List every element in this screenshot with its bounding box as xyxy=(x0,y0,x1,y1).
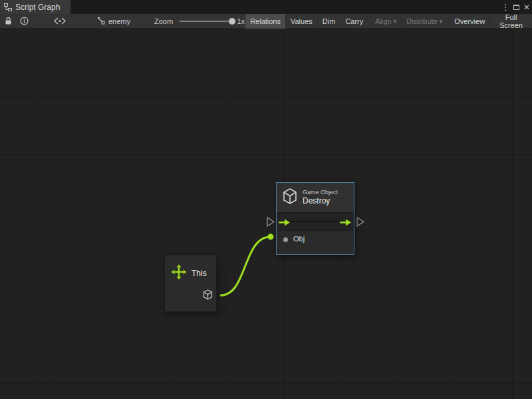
title-bar: Script Graph ⋮ ✕ xyxy=(0,0,532,14)
titlebar-spacer xyxy=(70,0,500,14)
distribute-button[interactable]: Distribute ▾ xyxy=(401,14,447,29)
graph-name-label: enemy xyxy=(108,17,130,25)
fullscreen-button[interactable]: Full Screen xyxy=(489,14,532,29)
tab-title: Script Graph xyxy=(15,3,60,12)
align-button[interactable]: Align ▾ xyxy=(370,14,401,29)
connection-endpoint-dot[interactable] xyxy=(268,234,274,240)
overview-button[interactable]: Overview xyxy=(449,14,489,29)
values-button[interactable]: Values xyxy=(285,14,317,29)
window-menu-icon[interactable]: ⋮ xyxy=(500,0,511,14)
align-button-label: Align xyxy=(375,17,391,25)
lock-icon[interactable] xyxy=(2,14,15,28)
zoom-slider[interactable] xyxy=(180,17,231,25)
zoom-slider-handle[interactable] xyxy=(229,18,235,25)
flow-out-arrow-icon xyxy=(340,217,352,229)
relations-button[interactable]: Relations xyxy=(245,14,285,29)
node-destroy-header[interactable]: Game Object Destroy xyxy=(277,183,354,213)
chevron-down-icon: ▾ xyxy=(440,18,443,25)
relation-line xyxy=(287,221,344,222)
node-category-label: Game Object xyxy=(303,189,338,196)
zoom-slider-track[interactable] xyxy=(180,21,231,22)
gameobject-output-port[interactable] xyxy=(203,289,213,300)
node-destroy[interactable]: Game Object Destroy xyxy=(276,182,354,255)
node-title-label: This xyxy=(192,269,207,278)
maximize-icon[interactable] xyxy=(511,0,521,14)
script-graph-window: Script Graph ⋮ ✕ xyxy=(0,0,532,399)
info-icon[interactable] xyxy=(17,14,31,28)
graph-canvas[interactable]: Game Object Destroy xyxy=(0,29,532,399)
obj-port-label: Obj xyxy=(293,235,305,243)
code-view-icon[interactable] xyxy=(51,14,68,28)
chevron-down-icon: ▾ xyxy=(394,18,397,25)
zoom-label: Zoom xyxy=(154,17,173,25)
node-this[interactable]: This xyxy=(164,255,217,312)
graph-toolbar: enemy Zoom 1x Relations Values Dim Carry… xyxy=(0,14,532,29)
obj-input-port[interactable] xyxy=(283,237,288,242)
distribute-button-label: Distribute xyxy=(406,17,437,25)
carry-button[interactable]: Carry xyxy=(340,14,368,29)
flow-input-port[interactable] xyxy=(267,217,274,226)
zoom-value: 1x xyxy=(237,17,245,25)
flow-output-port[interactable] xyxy=(357,217,364,226)
this-move-icon xyxy=(171,264,187,283)
connection-layer xyxy=(0,29,532,399)
tab-script-graph[interactable]: Script Graph xyxy=(0,0,70,14)
script-graph-tab-icon xyxy=(4,3,12,11)
node-obj-row: Obj xyxy=(277,231,354,254)
node-title-label: Destroy xyxy=(303,196,338,206)
game-object-cube-icon xyxy=(282,188,298,207)
node-flow-row xyxy=(277,213,354,231)
graph-asset-icon xyxy=(96,16,105,26)
flow-in-arrow-icon xyxy=(279,217,291,229)
value-connection-wire[interactable] xyxy=(221,237,271,295)
graph-breadcrumb[interactable]: enemy xyxy=(96,16,130,26)
close-icon[interactable]: ✕ xyxy=(521,0,532,14)
dim-button[interactable]: Dim xyxy=(317,14,340,29)
